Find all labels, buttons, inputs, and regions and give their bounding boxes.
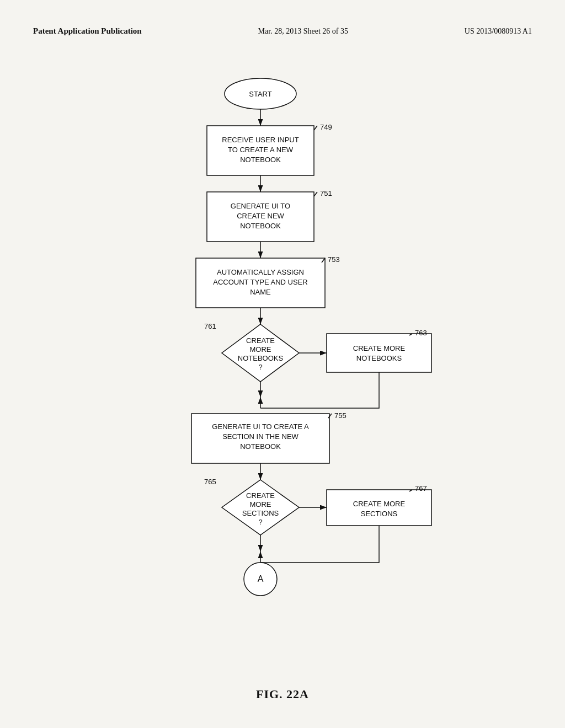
node-763-text-1: CREATE MORE [353,344,406,352]
header-right: US 2013/0080913 A1 [465,27,532,36]
node-749-text-1: RECEIVE USER INPUT [222,136,299,144]
node-761-text-2: MORE [250,345,271,354]
node-765-text-4: ? [258,518,262,526]
arrow-767-back [260,526,379,563]
ref-751: 751 [320,189,332,197]
ref-753: 753 [328,255,340,264]
ref-749: 749 [320,123,332,131]
ref-755: 755 [334,411,347,420]
node-765-text-3: SECTIONS [242,509,279,517]
header-center: Mar. 28, 2013 Sheet 26 of 35 [258,27,348,36]
node-767-text-1: CREATE MORE [353,500,406,508]
node-767-text-2: SECTIONS [361,510,398,518]
start-label: START [249,90,271,98]
node-753-text-2: ACCOUNT TYPE AND USER [213,278,307,286]
node-751-text-3: NOTEBOOK [240,222,281,230]
node-749-text-3: NOTEBOOK [240,156,281,164]
ref-749-line [314,126,317,130]
ref-751-line [314,192,317,196]
fig-label: FIG. 22A [256,687,309,702]
node-749-text-2: TO CREATE A NEW [228,146,294,154]
arrow-763-back [260,372,379,408]
node-763-rect [327,334,431,372]
page-header: Patent Application Publication Mar. 28, … [33,26,532,36]
ref-761: 761 [204,322,216,330]
node-761-text-1: CREATE [246,336,275,345]
node-763-text-2: NOTEBOOKS [356,354,402,362]
ref-765: 765 [204,478,216,486]
ref-767: 767 [415,484,427,493]
ref-763: 763 [415,329,427,337]
flowchart-svg: .box-text { font-family: Arial, sans-ser… [89,61,476,667]
node-755-text-1: GENERATE UI TO CREATE A [212,422,309,431]
node-A-label: A [258,574,264,584]
node-755-text-3: NOTEBOOK [240,442,281,451]
node-753-text-3: NAME [250,288,271,296]
node-751-text-2: CREATE NEW [237,212,284,220]
node-761-text-4: ? [258,363,262,371]
node-751-text-1: GENERATE UI TO [231,202,290,210]
node-765-text-2: MORE [250,500,271,508]
node-761-text-3: NOTEBOOKS [238,354,284,362]
header-left: Patent Application Publication [33,26,142,36]
node-755-text-2: SECTION IN THE NEW [222,432,299,441]
diagram-area: .box-text { font-family: Arial, sans-ser… [0,61,565,673]
node-753-text-1: AUTOMATICALLY ASSIGN [217,268,304,276]
node-765-text-1: CREATE [246,491,275,500]
